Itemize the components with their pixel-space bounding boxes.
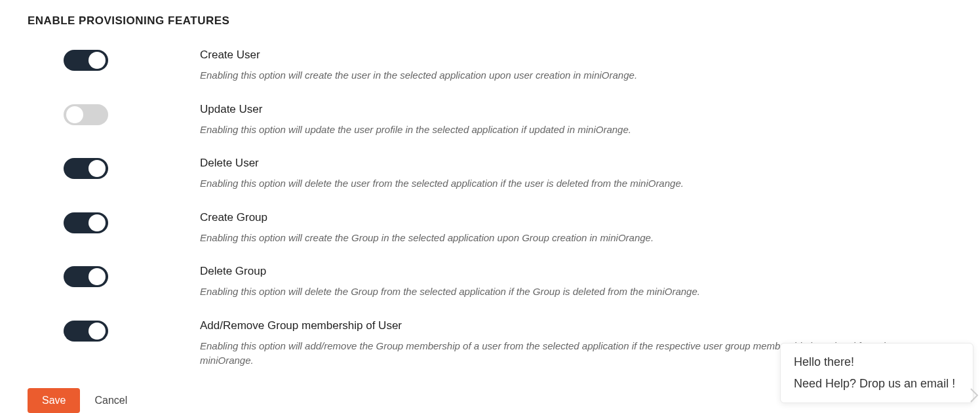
- chat-popup[interactable]: Hello there! Need Help? Drop us an email…: [780, 343, 973, 403]
- features-list: Create User Enabling this option will cr…: [64, 49, 952, 368]
- chat-greeting: Hello there!: [794, 355, 960, 369]
- toggle-delete-group[interactable]: [64, 266, 108, 287]
- feature-desc: Enabling this option will delete the Gro…: [200, 285, 913, 300]
- toggle-create-user[interactable]: [64, 50, 108, 71]
- toggle-update-user[interactable]: [64, 104, 108, 125]
- feature-desc: Enabling this option will delete the use…: [200, 176, 913, 191]
- feature-title: Update User: [200, 103, 913, 116]
- feature-row-create-group: Create Group Enabling this option will c…: [64, 211, 952, 246]
- feature-row-update-user: Update User Enabling this option will up…: [64, 103, 952, 138]
- feature-title: Delete Group: [200, 265, 913, 278]
- feature-desc: Enabling this option will update the use…: [200, 123, 913, 138]
- cancel-button[interactable]: Cancel: [94, 395, 127, 406]
- section-title: ENABLE PROVISIONING FEATURES: [28, 14, 952, 28]
- feature-row-delete-group: Delete Group Enabling this option will d…: [64, 265, 952, 300]
- feature-desc: Enabling this option will create the Gro…: [200, 231, 913, 246]
- save-button[interactable]: Save: [28, 388, 80, 413]
- toggle-group-membership[interactable]: [64, 321, 108, 342]
- feature-title: Create User: [200, 49, 913, 62]
- toggle-delete-user[interactable]: [64, 158, 108, 179]
- toggle-create-group[interactable]: [64, 212, 108, 233]
- feature-title: Delete User: [200, 157, 913, 170]
- chat-help-text: Need Help? Drop us an email !: [794, 377, 960, 391]
- feature-row-delete-user: Delete User Enabling this option will de…: [64, 157, 952, 191]
- feature-row-create-user: Create User Enabling this option will cr…: [64, 49, 952, 83]
- feature-title: Create Group: [200, 211, 913, 224]
- feature-title: Add/Remove Group membership of User: [200, 319, 913, 332]
- chevron-right-icon[interactable]: [970, 387, 979, 406]
- feature-desc: Enabling this option will create the use…: [200, 68, 913, 83]
